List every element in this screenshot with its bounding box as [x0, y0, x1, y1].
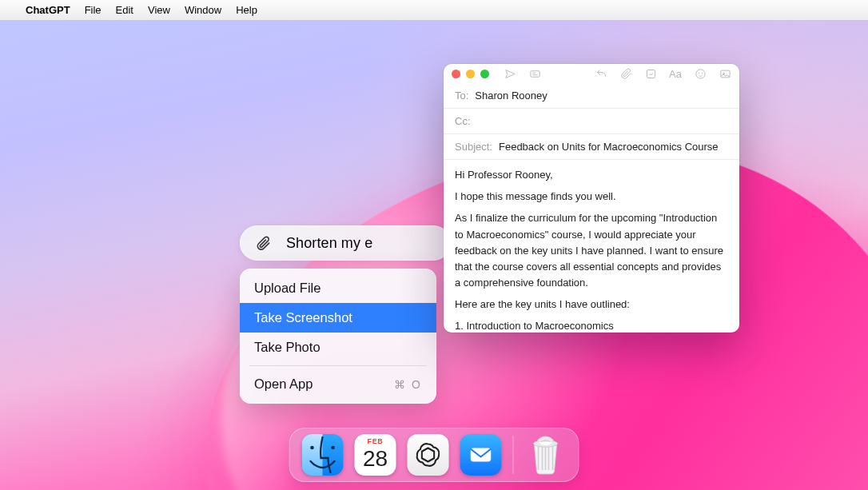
menu-file[interactable]: File: [85, 4, 102, 16]
menu-shortcut: ⌘ O: [394, 378, 422, 391]
format-icon[interactable]: Aa: [669, 67, 682, 80]
svg-point-3: [699, 72, 699, 73]
dock-app-finder[interactable]: [302, 434, 344, 476]
menu-item-label: Upload File: [254, 281, 321, 296]
window-controls: [452, 70, 489, 78]
header-fields-icon[interactable]: [528, 67, 541, 80]
svg-point-4: [702, 72, 703, 73]
menu-item-label: Take Screenshot: [254, 310, 352, 325]
menu-item-upload-file[interactable]: Upload File: [240, 273, 436, 303]
media-icon[interactable]: [719, 67, 731, 80]
cc-label: Cc:: [455, 115, 471, 127]
body-paragraph: As I finalize the curriculum for the upc…: [455, 210, 728, 291]
body-paragraph: I hope this message finds you well.: [455, 189, 728, 205]
menu-help[interactable]: Help: [236, 4, 257, 16]
to-field-row[interactable]: To: Sharon Rooney: [444, 83, 739, 109]
markup-icon[interactable]: [644, 67, 657, 80]
reply-icon[interactable]: [595, 67, 607, 80]
attach-icon[interactable]: [619, 67, 632, 80]
app-menu[interactable]: ChatGPT: [26, 4, 70, 16]
subject-field-row[interactable]: Subject: Feedback on Units for Macroecon…: [444, 134, 739, 160]
mail-body[interactable]: Hi Professor Rooney, I hope this message…: [444, 160, 739, 333]
menu-window[interactable]: Window: [185, 4, 221, 16]
dock-separator: [513, 436, 514, 474]
dock-app-calendar[interactable]: FEB 28: [355, 434, 396, 476]
emoji-icon[interactable]: [694, 67, 707, 80]
zoom-button[interactable]: [480, 70, 489, 78]
paperclip-icon[interactable]: [251, 231, 275, 255]
menu-item-take-screenshot[interactable]: Take Screenshot: [240, 303, 436, 333]
dock: FEB 28: [289, 428, 579, 482]
body-paragraph: Here are the key units I have outlined:: [455, 297, 728, 313]
svg-point-2: [695, 69, 704, 78]
svg-point-6: [723, 72, 724, 74]
attach-menu: Upload File Take Screenshot Take Photo O…: [240, 269, 436, 404]
menu-item-take-photo[interactable]: Take Photo: [240, 333, 436, 362]
send-icon[interactable]: [504, 67, 516, 80]
dock-trash[interactable]: [525, 434, 567, 476]
mail-compose-window: Aa To: Sharon Rooney Cc: Subject: Feedba…: [444, 64, 739, 333]
calendar-day: 28: [363, 446, 388, 472]
subject-label: Subject:: [455, 141, 492, 153]
menu-item-open-app[interactable]: Open App ⌘ O: [240, 369, 436, 399]
svg-point-7: [310, 446, 314, 450]
svg-point-8: [331, 446, 335, 450]
dock-app-mail[interactable]: [460, 434, 502, 476]
prompt-text: Shorten my e: [286, 235, 443, 252]
cc-field-row[interactable]: Cc:: [444, 109, 739, 134]
subject-value: Feedback on Units for Macroeconomics Cou…: [499, 141, 719, 153]
mail-toolbar: Aa: [444, 64, 739, 83]
body-greeting: Hi Professor Rooney,: [455, 167, 728, 183]
to-label: To:: [455, 90, 468, 102]
menu-view[interactable]: View: [148, 4, 170, 16]
menu-bar: ChatGPT File Edit View Window Help: [0, 0, 868, 20]
svg-rect-0: [530, 70, 539, 77]
minimize-button[interactable]: [466, 70, 475, 78]
calendar-month: FEB: [368, 437, 384, 445]
chatgpt-prompt-bar[interactable]: Shorten my e: [240, 225, 451, 261]
menu-edit[interactable]: Edit: [116, 4, 133, 16]
svg-rect-9: [471, 448, 492, 462]
dock-app-chatgpt[interactable]: [408, 434, 449, 476]
to-value: Sharon Rooney: [475, 90, 547, 102]
close-button[interactable]: [452, 70, 460, 78]
menu-item-label: Open App: [254, 376, 313, 392]
menu-item-label: Take Photo: [254, 340, 321, 355]
body-ordered-item: 1. Introduction to Macroeconomics: [455, 318, 728, 333]
menu-divider: [249, 365, 427, 366]
